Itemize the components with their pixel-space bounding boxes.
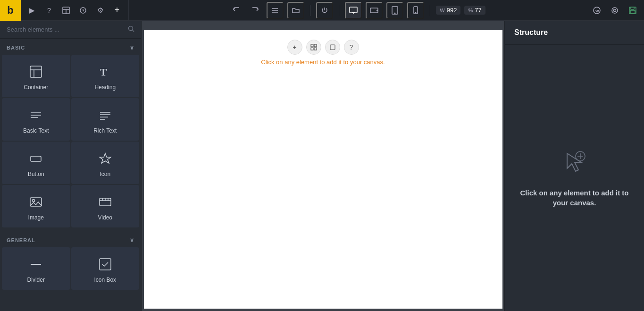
basic-section-chevron[interactable]: ∨ [130, 44, 134, 51]
play-button[interactable]: ▶ [25, 3, 40, 18]
settings-button[interactable]: ⚙ [92, 3, 108, 18]
width-value: 992 [447, 7, 457, 14]
button-label: Button [28, 171, 44, 177]
icon-box-label: Icon Box [94, 277, 116, 283]
basic-section-label: BASIC [7, 45, 25, 50]
general-elements-grid: Divider Icon Box [0, 247, 141, 294]
general-section-label: GENERAL [7, 237, 35, 243]
wordpress-button[interactable]: W [589, 3, 604, 18]
cursor-icon [561, 149, 588, 180]
container-element[interactable]: Container [2, 55, 70, 97]
heading-element[interactable]: T Heading [71, 55, 140, 97]
general-section-header: GENERAL ∨ [0, 231, 141, 247]
image-label: Image [28, 214, 44, 221]
power-button[interactable] [316, 2, 333, 19]
search-bar [0, 21, 141, 39]
help-button[interactable]: ? [42, 3, 57, 18]
svg-text:T: T [100, 66, 107, 78]
video-label: Video [98, 214, 112, 221]
divider-element[interactable]: Divider [2, 247, 70, 290]
svg-rect-22 [630, 10, 635, 13]
canvas-area[interactable]: + ? Click on any element to add it [142, 21, 504, 311]
percent-value: 77 [475, 7, 481, 14]
main-area: BASIC ∨ Container T [0, 21, 644, 311]
folder-button[interactable] [287, 2, 304, 19]
width-input[interactable]: W 992 [436, 6, 460, 15]
basic-text-element[interactable]: Basic Text [2, 98, 70, 141]
top-toolbar: b ▶ ? ⚙ + [0, 0, 644, 21]
template-button[interactable] [59, 3, 74, 18]
svg-rect-25 [30, 66, 42, 77]
basic-text-label: Basic Text [23, 127, 49, 134]
svg-point-15 [416, 12, 416, 13]
canvas-add-button[interactable]: + [287, 40, 302, 55]
icon-label: Icon [100, 171, 110, 177]
left-panel: BASIC ∨ Container T [0, 21, 142, 311]
structure-hint: Click on any element to add it to your c… [514, 188, 635, 208]
general-section-chevron[interactable]: ∨ [130, 237, 134, 244]
canvas-grid-button[interactable] [306, 40, 321, 55]
svg-rect-21 [631, 7, 634, 9]
icon-box-element[interactable]: Icon Box [71, 247, 140, 290]
svg-rect-48 [314, 44, 317, 47]
button-icon [27, 150, 44, 167]
svg-point-11 [377, 10, 378, 11]
divider-icon [27, 256, 44, 273]
svg-point-39 [33, 200, 35, 202]
heading-icon: T [97, 63, 114, 80]
svg-rect-46 [100, 259, 111, 270]
svg-marker-37 [100, 153, 111, 163]
canvas-toolbar: + ? [287, 40, 359, 55]
redo-button[interactable] [248, 3, 263, 18]
image-element[interactable]: Image [2, 185, 70, 227]
svg-line-24 [133, 30, 134, 32]
percent-label: % [468, 8, 473, 13]
tablet-portrait-button[interactable] [386, 2, 403, 19]
svg-rect-36 [31, 156, 41, 161]
image-icon [27, 193, 44, 210]
icon-box-icon [97, 256, 114, 273]
icon-element[interactable]: Icon [71, 142, 140, 184]
svg-point-23 [129, 26, 133, 31]
svg-text:W: W [595, 9, 599, 13]
svg-rect-49 [311, 48, 313, 50]
svg-point-19 [614, 9, 616, 11]
toolbar-center-controls: W 992 % 77 [129, 2, 585, 19]
svg-rect-7 [350, 7, 357, 13]
container-icon [27, 63, 44, 80]
heading-label: Heading [94, 84, 116, 91]
canvas-help-button[interactable]: ? [344, 40, 359, 55]
brand-letter: b [7, 4, 13, 17]
structure-view-button[interactable] [267, 2, 284, 19]
basic-text-icon [27, 107, 44, 124]
svg-rect-50 [314, 48, 317, 50]
save-button[interactable] [625, 3, 640, 18]
svg-point-13 [395, 13, 396, 14]
structure-panel-title: Structure [505, 21, 644, 45]
rich-text-label: Rich Text [93, 127, 117, 134]
canvas-hint: Click on any element to add it to your c… [261, 59, 385, 66]
divider-label: Divider [27, 277, 45, 283]
canvas-box-button[interactable] [325, 40, 340, 55]
brand-logo[interactable]: b [0, 0, 21, 21]
tablet-landscape-button[interactable] [366, 2, 383, 19]
width-label: W [440, 8, 444, 13]
preview-button[interactable] [607, 3, 622, 18]
svg-point-18 [612, 8, 618, 13]
container-label: Container [24, 84, 48, 91]
icon-icon [97, 150, 114, 167]
svg-rect-47 [311, 44, 313, 47]
percent-input[interactable]: % 77 [464, 6, 485, 15]
search-input[interactable] [7, 26, 128, 33]
basic-section-header: BASIC ∨ [0, 39, 141, 55]
video-icon [97, 193, 114, 210]
rich-text-element[interactable]: Rich Text [71, 98, 140, 141]
right-panel: Structure Click on any element to add it… [504, 21, 644, 311]
history-button[interactable] [75, 3, 91, 18]
button-element[interactable]: Button [2, 142, 70, 184]
add-element-button[interactable]: + [109, 3, 125, 18]
undo-button[interactable] [229, 3, 244, 18]
video-element[interactable]: Video [71, 185, 140, 227]
desktop-viewport-button[interactable] [345, 2, 362, 19]
mobile-button[interactable] [407, 2, 424, 19]
